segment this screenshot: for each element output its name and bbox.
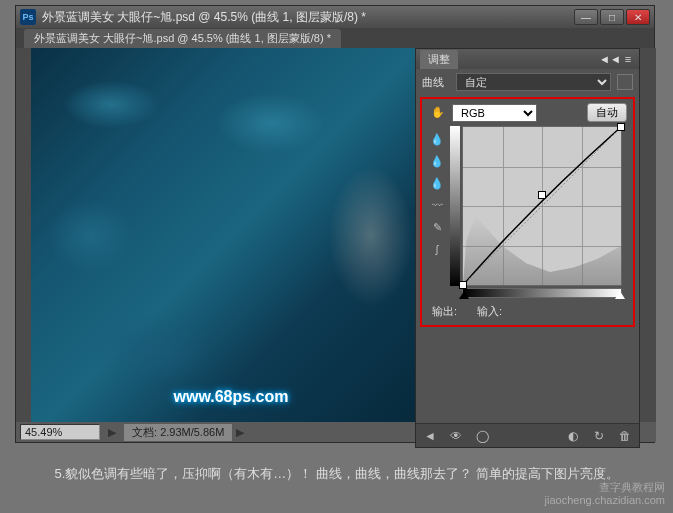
- eyedropper-black-icon[interactable]: 💧: [428, 130, 446, 148]
- image-viewport[interactable]: www.68ps.com: [31, 48, 431, 424]
- output-input-row: 输出: 输入:: [424, 300, 631, 323]
- maximize-button[interactable]: □: [600, 9, 624, 25]
- highlighted-curves-area: ✋ RGB 自动 💧 💧 💧 〰 ✎ ∫: [420, 97, 635, 327]
- delete-icon[interactable]: 🗑: [617, 428, 633, 444]
- curve-editor-area: 💧 💧 💧 〰 ✎ ∫: [424, 124, 631, 300]
- curve-grid[interactable]: [462, 126, 622, 286]
- reset-icon[interactable]: ↻: [591, 428, 607, 444]
- smooth-tool-icon[interactable]: ∫: [428, 240, 446, 258]
- panel-header-controls: ◄◄ ≡: [603, 52, 635, 66]
- site-watermark: 查字典教程网 jiaocheng.chazidian.com: [545, 481, 665, 507]
- doc-size-info: 文档: 2.93M/5.86M: [124, 424, 232, 441]
- curve-tools-column: 💧 💧 💧 〰 ✎ ∫: [428, 126, 450, 298]
- clip-layer-icon[interactable]: ◐: [565, 428, 581, 444]
- curve-point-mid[interactable]: [538, 191, 546, 199]
- back-icon[interactable]: ◄: [422, 428, 438, 444]
- panel-footer: ◄ 👁 ◯ ◐ ↻ 🗑: [416, 423, 639, 447]
- target-adjust-icon[interactable]: ✋: [428, 106, 448, 119]
- curve-point-highlight[interactable]: [617, 123, 625, 131]
- adjustments-tab[interactable]: 调整: [420, 50, 458, 69]
- site-url: jiaocheng.chazidian.com: [545, 494, 665, 507]
- curve-line: [463, 127, 621, 285]
- close-button[interactable]: ✕: [626, 9, 650, 25]
- curve-box: [450, 126, 627, 298]
- visibility-toggle-icon[interactable]: 👁: [448, 428, 464, 444]
- curve-point-shadow[interactable]: [459, 281, 467, 289]
- eyedropper-white-icon[interactable]: 💧: [428, 174, 446, 192]
- document-tabbar: 外景蓝调美女 大眼仔~旭.psd @ 45.5% (曲线 1, 图层蒙版/8) …: [16, 28, 654, 48]
- adjustments-panel: 调整 ◄◄ ≡ 曲线 自定 ✋ RGB 自动 💧 💧 💧 〰: [415, 48, 640, 448]
- auto-button[interactable]: 自动: [587, 103, 627, 122]
- scroll-right-icon[interactable]: ▶: [108, 426, 116, 439]
- output-label: 输出:: [432, 304, 457, 319]
- svg-line-0: [463, 127, 621, 285]
- collapse-icon[interactable]: ◄◄: [603, 52, 617, 66]
- channel-select[interactable]: RGB: [452, 104, 537, 122]
- curve-tool-icon[interactable]: 〰: [428, 196, 446, 214]
- document-tab[interactable]: 外景蓝调美女 大眼仔~旭.psd @ 45.5% (曲线 1, 图层蒙版/8) …: [24, 29, 341, 48]
- site-name: 查字典教程网: [545, 481, 665, 494]
- photo-foliage: [31, 48, 431, 424]
- titlebar: Ps 外景蓝调美女 大眼仔~旭.psd @ 45.5% (曲线 1, 图层蒙版/…: [16, 6, 654, 28]
- doc-label: 文档:: [132, 426, 157, 438]
- window-title: 外景蓝调美女 大眼仔~旭.psd @ 45.5% (曲线 1, 图层蒙版/8) …: [42, 9, 574, 26]
- channel-row: ✋ RGB 自动: [424, 101, 631, 124]
- input-label: 输入:: [477, 304, 502, 319]
- black-point-slider[interactable]: [459, 291, 469, 299]
- panel-header: 调整 ◄◄ ≡: [416, 49, 639, 69]
- output-gradient: [450, 126, 460, 286]
- white-point-slider[interactable]: [615, 291, 625, 299]
- eyedropper-gray-icon[interactable]: 💧: [428, 152, 446, 170]
- image-watermark: www.68ps.com: [174, 388, 289, 406]
- preset-row: 曲线 自定: [416, 69, 639, 95]
- panel-menu-icon[interactable]: ≡: [621, 52, 635, 66]
- window-controls: — □ ✕: [574, 9, 650, 25]
- app-icon: Ps: [20, 9, 36, 25]
- pencil-tool-icon[interactable]: ✎: [428, 218, 446, 236]
- view-previous-icon[interactable]: ◯: [474, 428, 490, 444]
- doc-size-value: 2.93M/5.86M: [160, 426, 224, 438]
- input-gradient: [462, 288, 622, 298]
- minimize-button[interactable]: —: [574, 9, 598, 25]
- info-arrow-icon[interactable]: ▶: [236, 426, 244, 439]
- preset-menu-button[interactable]: [617, 74, 633, 90]
- preset-select[interactable]: 自定: [456, 73, 611, 91]
- zoom-input[interactable]: 45.49%: [20, 424, 100, 440]
- curves-label: 曲线: [422, 75, 450, 90]
- photo-content: www.68ps.com: [31, 48, 431, 424]
